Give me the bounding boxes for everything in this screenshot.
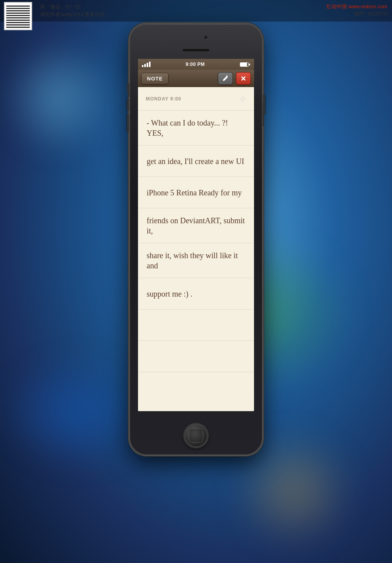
phone-screen: 9:00 PM NOTE [138, 59, 254, 411]
note-button[interactable]: NOTE [141, 73, 169, 84]
qr-code [4, 2, 32, 30]
banner-text: 用「微信」扫一扫 浏览作者'betty2014'更多作品 [40, 4, 105, 18]
note-line-empty-2 [138, 341, 254, 372]
speaker [182, 49, 210, 52]
star-icon[interactable]: ☆ [239, 94, 246, 104]
note-line-4: friends on DeviantART, submit it, [138, 208, 254, 243]
note-text-6: support me :) . [147, 289, 192, 299]
banner-right: 红动中国 www.redocn.com 编号: 4216376 [327, 3, 387, 17]
battery-tip [249, 64, 250, 66]
bg-blob-blue [0, 39, 118, 157]
note-text-4: friends on DeviantART, submit it, [147, 215, 245, 236]
status-bar: 9:00 PM [138, 59, 254, 70]
status-time: 9:00 PM [186, 62, 205, 67]
note-text-2: get an idea, I'll create a new UI [147, 156, 244, 166]
close-button[interactable] [236, 72, 251, 85]
phone-top [130, 24, 262, 60]
battery-fill [240, 63, 247, 66]
camera-icon [204, 35, 208, 39]
signal-bar-1 [142, 65, 143, 67]
note-text-3: iPhone 5 Retina Ready for my [147, 188, 242, 198]
battery-body [240, 62, 249, 67]
app-header: NOTE [138, 70, 254, 87]
home-button[interactable] [184, 424, 208, 447]
signal-bar-2 [144, 64, 146, 67]
note-text-1: - What can I do today... ?! YES, [147, 118, 245, 138]
signal-bar-4 [149, 62, 151, 67]
note-line-6: support me :) . [138, 278, 254, 310]
browse-label: 浏览作者'betty2014'更多作品 [40, 11, 105, 18]
x-icon [240, 75, 247, 82]
wechat-label: 用「微信」扫一扫 [40, 4, 105, 11]
site-name: 红动中国 www.redocn.com [327, 3, 387, 10]
note-content: MONDAY 9:00 ☆ - What can I do today... ?… [138, 87, 254, 372]
note-line-2: get an idea, I'll create a new UI [138, 146, 254, 177]
code-label: 编号: 4216376 [327, 10, 387, 17]
battery-indicator [240, 62, 250, 67]
pencil-icon [222, 75, 229, 82]
note-line-5: share it, wish they will like it and [138, 243, 254, 278]
volume-down-button[interactable] [127, 115, 129, 132]
home-button-inner [189, 428, 203, 443]
note-line-1: - What can I do today... ?! YES, [138, 111, 254, 146]
note-line-empty-1 [138, 310, 254, 341]
note-line-3: iPhone 5 Retina Ready for my [138, 177, 254, 208]
date-row: MONDAY 9:00 ☆ [138, 87, 254, 111]
edit-button[interactable] [218, 72, 233, 85]
note-text-5: share it, wish they will like it and [147, 250, 245, 271]
note-date: MONDAY 9:00 [146, 96, 181, 102]
signal-bars [142, 62, 151, 67]
phone-wrapper: 9:00 PM NOTE [129, 24, 263, 455]
phone-body: 9:00 PM NOTE [129, 24, 263, 455]
signal-bar-3 [147, 63, 148, 67]
volume-up-button[interactable] [127, 99, 129, 111]
mute-switch[interactable] [127, 83, 129, 93]
top-banner: 用「微信」扫一扫 浏览作者'betty2014'更多作品 红动中国 www.re… [0, 0, 392, 22]
power-button[interactable] [263, 95, 265, 115]
